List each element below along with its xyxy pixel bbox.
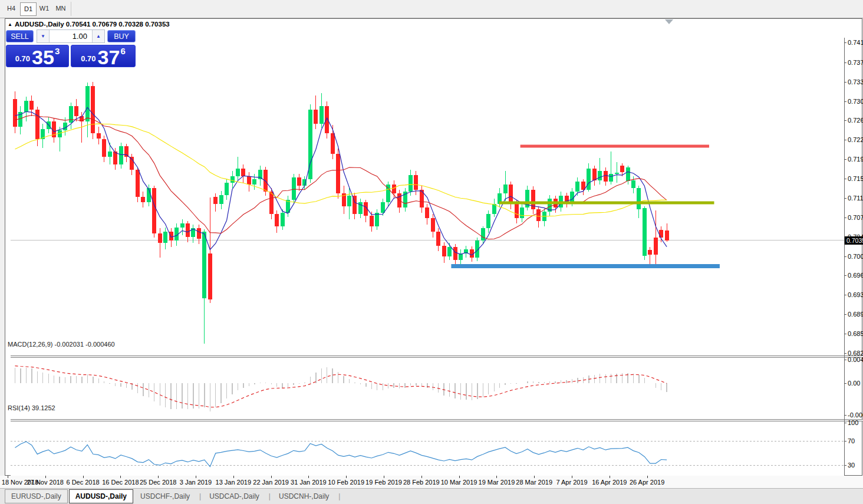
candle-body <box>648 250 652 255</box>
price-axis-label: 0.68940 <box>845 311 863 318</box>
timeframe-tab-h4[interactable]: H4 <box>4 2 19 15</box>
volume-decrease-button[interactable]: ▼ <box>37 30 50 42</box>
candle-body <box>447 247 452 256</box>
chart-title-ohlc: 0.70541 0.70679 0.70328 0.70353 <box>66 21 170 28</box>
chart-window[interactable]: 0.741300.737500.733800.730100.726400.722… <box>5 18 862 476</box>
rsi-axis-label: 100 <box>845 419 863 426</box>
symbol-tab-audusd[interactable]: AUDUSD-,Daily <box>69 489 133 503</box>
candle-body <box>141 197 145 202</box>
buy-button[interactable]: BUY <box>107 30 136 42</box>
candle-body <box>520 207 524 218</box>
price-axis-label: 0.71530 <box>845 175 863 182</box>
date-axis-label: 28 Mar 2019 <box>516 479 552 486</box>
tab-separator: | <box>338 492 340 500</box>
macd-indicator-chart[interactable] <box>11 358 844 419</box>
candle-body <box>236 169 240 176</box>
date-axis-label: 26 Apr 2019 <box>630 479 664 486</box>
timeframe-toolbar: H4D1W1MN <box>0 0 863 18</box>
date-axis-label: 19 Mar 2019 <box>479 479 515 486</box>
date-axis-tick <box>534 476 535 478</box>
price-axis-label: 0.73010 <box>845 98 863 105</box>
date-axis-label: 22 Jan 2019 <box>253 479 289 486</box>
date-axis-label: 19 Feb 2019 <box>365 479 402 486</box>
chart-title: ▲AUDUSD-,Daily 0.70541 0.70679 0.70328 0… <box>8 21 170 28</box>
symbol-tab-usdcad[interactable]: USDCAD-,Daily <box>203 490 265 503</box>
volume-input[interactable] <box>50 30 92 42</box>
candle-body <box>202 232 206 298</box>
price-axis-label: 0.68200 <box>845 350 863 357</box>
sell-button[interactable]: SELL <box>6 30 34 42</box>
candle-body <box>381 202 385 213</box>
candle-body <box>130 157 134 170</box>
tab-separator: | <box>199 492 201 500</box>
price-axis-label: 0.70050 <box>845 253 863 260</box>
candle-body <box>230 176 235 183</box>
buy-price-pipette: 6 <box>120 46 125 56</box>
candle-body <box>24 101 28 113</box>
tab-separator: | <box>269 492 271 500</box>
candle-body <box>213 197 218 204</box>
candle-body <box>665 230 669 241</box>
buy-price-panel[interactable]: 0.70 37 6 <box>71 45 136 67</box>
candle-body <box>247 176 251 185</box>
collapse-triangle-icon[interactable]: ▲ <box>8 22 12 27</box>
date-axis-tick <box>459 476 460 478</box>
price-axis-label: 0.73750 <box>845 59 863 66</box>
buy-price-big: 37 <box>98 48 120 66</box>
candle-body <box>570 192 574 202</box>
main-price-chart[interactable] <box>11 38 844 355</box>
date-axis-tick <box>421 476 422 478</box>
symbol-tab-usdcnh[interactable]: USDCNH-,Daily <box>273 490 335 503</box>
volume-increase-button[interactable]: ▲ <box>92 30 104 42</box>
candle-body <box>314 110 318 124</box>
candle-body <box>515 204 519 218</box>
candle-body <box>186 223 190 237</box>
buy-price-prefix: 0.70 <box>81 54 95 63</box>
chart-shift-marker-icon[interactable] <box>665 19 673 24</box>
macd-label: MACD(12,26,9) -0.002031 -0.000460 <box>8 341 115 348</box>
symbol-tab-bar: EURUSD-,DailyAUDUSD-,DailyUSDCHF-,Daily|… <box>0 488 863 504</box>
candle-body <box>74 106 78 117</box>
candle-body <box>208 253 212 299</box>
timeframe-tab-w1[interactable]: W1 <box>37 2 52 15</box>
candle-body <box>29 101 34 110</box>
candle-body <box>581 182 585 190</box>
price-axis-label: 0.72640 <box>845 117 863 124</box>
timeframe-tab-d1[interactable]: D1 <box>20 2 37 16</box>
date-axis-tick <box>158 476 159 478</box>
sell-price-panel[interactable]: 0.70 35 3 <box>6 45 69 67</box>
volume-spinner: ▼ ▲ <box>37 29 105 43</box>
candle-body <box>85 86 90 121</box>
date-axis-label: 7 Apr 2019 <box>556 479 587 486</box>
candle-body <box>431 218 435 232</box>
candle-body <box>169 232 173 241</box>
date-axis-tick <box>196 476 196 478</box>
candle-body <box>370 216 374 226</box>
timeframe-tab-mn[interactable]: MN <box>53 2 68 15</box>
candle-body <box>375 213 379 226</box>
candle-body <box>643 208 647 256</box>
date-axis-tick <box>120 476 121 478</box>
candle-body <box>436 232 440 246</box>
moving-average-fast <box>15 107 667 255</box>
rsi-line <box>15 442 667 467</box>
price-axis-label: 0.72270 <box>845 136 863 143</box>
symbol-tab-usdchf[interactable]: USDCHF-,Daily <box>134 490 196 503</box>
date-axis-label: 27 Nov 2018 <box>27 479 64 486</box>
candle-body <box>536 209 541 221</box>
candle-body <box>97 133 101 139</box>
date-axis-label: 3 Jan 2019 <box>180 479 212 486</box>
candle-body <box>69 106 73 123</box>
price-axis-label: 0.70790 <box>845 214 863 221</box>
date-axis-tick <box>233 476 234 478</box>
candle-body <box>108 151 112 157</box>
symbol-tab-eurusd[interactable]: EURUSD-,Daily <box>5 489 68 503</box>
candle-body <box>598 171 602 180</box>
candle-body <box>152 188 156 233</box>
macd-signal-line <box>15 366 667 407</box>
one-click-trade-widget: SELL ▼ ▲ BUY 0.70 35 3 0.70 37 6 <box>6 29 136 67</box>
price-axis-label: 0.69680 <box>845 272 863 279</box>
date-axis-label: 16 Apr 2019 <box>592 479 627 486</box>
date-axis-label: 6 Dec 2018 <box>66 479 99 486</box>
candle-body <box>91 86 95 133</box>
